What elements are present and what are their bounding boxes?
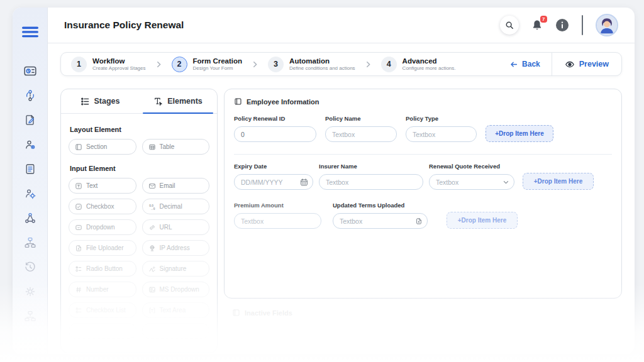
element-faded-button[interactable] [69, 323, 136, 339]
policy-type-input[interactable] [406, 126, 477, 142]
notifications-button[interactable]: 7 [531, 19, 543, 31]
renewal-quote-dropdown[interactable] [429, 174, 514, 190]
element-text-button[interactable]: Text [69, 178, 136, 194]
element-label: URL [160, 224, 172, 231]
chevron-right-icon [155, 60, 162, 69]
dropdown-icon [75, 224, 82, 231]
step-subtitle: Configure more actions. [402, 65, 456, 72]
step-number: 1 [71, 57, 87, 72]
section-icon [234, 97, 242, 106]
email-icon [148, 182, 156, 190]
checkbox-icon [75, 203, 82, 211]
drop-zone[interactable]: +Drop Item Here [523, 173, 594, 190]
element-faded-button[interactable] [142, 323, 210, 339]
number-icon [75, 286, 82, 293]
drop-zone[interactable]: +Drop Item Here [486, 125, 553, 142]
stages-icon [80, 97, 90, 106]
section-icon [75, 143, 82, 151]
textarea-icon [148, 307, 156, 314]
app-header: Insurance Policy Renewal 7 [48, 8, 635, 43]
text-field-icon [75, 182, 82, 190]
element-file-uploader-button[interactable]: File Uploader [69, 240, 136, 256]
step-number: 4 [381, 57, 397, 72]
app-window: Insurance Policy Renewal 7 [13, 8, 635, 354]
element-ms-dropdown-button[interactable]: MS Dropdown [142, 282, 210, 297]
field-label: Expiry Date [234, 163, 313, 170]
element-label: Email [160, 182, 175, 189]
element-url-button[interactable]: URL [142, 219, 210, 235]
arrow-left-icon [509, 60, 518, 69]
field-label: Updated Terms Uploaded [333, 202, 428, 209]
form-canvas: Employee Information Policy Renewal ID P… [224, 89, 622, 299]
element-label: Dropdown [86, 224, 115, 231]
modules-icon[interactable] [23, 236, 37, 250]
svg-text:→0: →0 [150, 207, 155, 210]
element-number-button[interactable]: Number [69, 282, 136, 297]
approval-flow-icon[interactable] [23, 89, 37, 102]
step-subtitle: Create Approval Stages [92, 65, 146, 72]
step-title: Automation [289, 57, 355, 65]
element-checkbox-button[interactable]: Checkbox [69, 199, 136, 214]
insurer-name-input[interactable] [319, 174, 423, 190]
dashboard-icon[interactable] [23, 64, 37, 78]
field-label: Policy Renewal ID [234, 115, 316, 122]
element-section-button[interactable]: Section [69, 139, 136, 155]
element-radio-button-button[interactable]: Radio Button [69, 261, 136, 277]
element-label: MS Dropdown [160, 286, 199, 293]
eye-icon [565, 60, 575, 69]
tab-elements[interactable]: Elements [139, 89, 217, 113]
element-signature-button[interactable]: Signature [142, 261, 210, 277]
field-label: Policy Name [325, 115, 397, 122]
history-icon[interactable] [23, 260, 37, 274]
info-icon [555, 18, 569, 32]
step-title: Advanced [402, 57, 456, 65]
premium-amount-input[interactable] [234, 213, 321, 229]
element-email-button[interactable]: Email [142, 178, 210, 194]
element-decimal-button[interactable]: 0.0→0 Decimal [142, 199, 210, 214]
step-number: 3 [268, 57, 284, 72]
step-automation[interactable]: 3 Automation Define conditions and actio… [268, 57, 355, 72]
element-checkbox-list-button[interactable]: Checkbox List [69, 302, 136, 318]
ip-globe-icon [148, 244, 156, 252]
preview-button[interactable]: Preview [552, 60, 621, 69]
expiry-date-input[interactable] [234, 174, 313, 190]
element-label: Radio Button [86, 265, 123, 272]
policy-name-input[interactable] [325, 126, 397, 142]
search-button[interactable] [500, 16, 519, 35]
user-avatar[interactable] [596, 14, 618, 36]
settings-icon[interactable] [23, 285, 37, 299]
element-dropdown-button[interactable]: Dropdown [69, 219, 136, 235]
connections-icon[interactable] [23, 211, 37, 225]
text-cursor-icon [153, 97, 163, 106]
table-icon [148, 143, 156, 151]
back-button[interactable]: Back [498, 60, 552, 69]
element-ip-address-button[interactable]: IP Address [142, 240, 210, 256]
form-canvas-column: Employee Information Policy Renewal ID P… [224, 89, 622, 317]
step-form-creation[interactable]: 2 Form Creation Design Your Form [172, 57, 243, 72]
updated-terms-upload-input[interactable] [333, 213, 428, 229]
documents-icon[interactable] [23, 162, 37, 176]
element-label: Checkbox List [86, 307, 126, 314]
element-label: Text Area [160, 307, 186, 314]
menu-icon[interactable] [22, 26, 38, 40]
form-editor-icon[interactable] [23, 113, 37, 127]
policy-renewal-id-input[interactable] [234, 126, 316, 142]
layout-element-heading: Layout Element [70, 126, 209, 133]
info-button[interactable] [555, 18, 569, 32]
user-roles-icon[interactable] [23, 187, 37, 200]
main-area: Insurance Policy Renewal 7 [48, 8, 635, 354]
tab-stages[interactable]: Stages [61, 89, 139, 113]
preview-label: Preview [579, 60, 609, 69]
search-icon [505, 21, 514, 30]
element-label: IP Address [160, 244, 190, 251]
step-advanced[interactable]: 4 Advanced Configure more actions. [381, 57, 456, 72]
hierarchy-icon[interactable] [23, 309, 37, 323]
drop-zone[interactable]: +Drop Item Here [447, 212, 518, 229]
element-table-button[interactable]: Table [142, 139, 210, 155]
element-label: Table [160, 143, 175, 150]
notification-badge: 7 [540, 16, 547, 23]
element-text-area-button[interactable]: Text Area [142, 302, 210, 318]
user-gear-icon[interactable] [23, 138, 37, 151]
tab-label: Stages [94, 97, 120, 106]
step-workflow[interactable]: 1 Workflow Create Approval Stages [71, 57, 146, 72]
